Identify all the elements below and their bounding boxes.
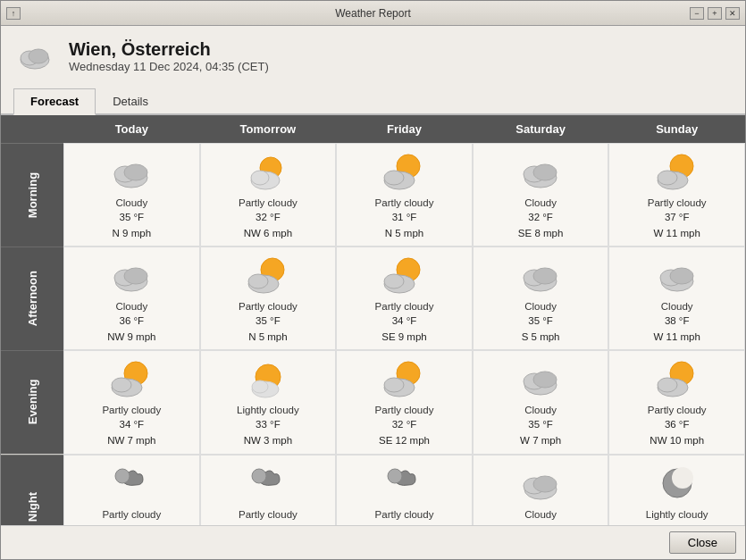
- svg-point-5: [124, 164, 147, 180]
- weather-icon-cloudy: [108, 149, 155, 196]
- col-sunday: Sunday: [608, 115, 745, 143]
- forecast-table: Today Tomorrow Friday Saturday Sunday Mo…: [1, 115, 745, 525]
- tabs: Forecast Details: [1, 87, 745, 115]
- temp: 35 °F: [528, 417, 553, 431]
- wind: SE 9 mph: [381, 330, 427, 344]
- minimize-button[interactable]: −: [690, 7, 704, 20]
- svg-point-47: [658, 378, 677, 392]
- temp: 32 °F: [256, 210, 281, 224]
- svg-point-44: [533, 372, 557, 388]
- wind: SE 12 mph: [379, 433, 430, 447]
- weather-icon-night-cloud: [108, 461, 155, 507]
- weather-icon-partly-cloudy5: [108, 356, 155, 403]
- table-row: Partly cloudy 30 °F NW 3 mph: [200, 455, 337, 525]
- svg-point-23: [248, 274, 268, 288]
- svg-point-41: [384, 378, 404, 392]
- temp: 32 °F: [392, 417, 417, 431]
- wind: W 11 mph: [653, 330, 700, 344]
- weather-icon-partly-cloudy7: [654, 356, 700, 403]
- temp: 36 °F: [119, 313, 144, 328]
- temp: 31 °F: [392, 210, 417, 224]
- temp: 36 °F: [665, 417, 690, 431]
- condition: Cloudy: [524, 301, 557, 312]
- temp: 38 °F: [665, 313, 690, 328]
- temp: 37 °F: [665, 210, 690, 224]
- tab-details[interactable]: Details: [96, 88, 165, 115]
- wind: NW 10 mph: [650, 433, 704, 447]
- row-label-afternoon: Afternoon: [1, 247, 63, 350]
- title-bar: ↑ Weather Report − + ✕: [1, 1, 745, 26]
- title-bar-controls: − + ✕: [690, 7, 740, 20]
- table-row: Cloudy 35 °F W 7 mph: [473, 350, 609, 454]
- datetime: Wednesday 11 Dec 2024, 04:35 (CET): [69, 60, 269, 73]
- table-row: Cloudy 35 °F S 5 mph: [473, 247, 609, 350]
- window-title: Weather Report: [335, 7, 411, 20]
- svg-point-14: [533, 164, 557, 180]
- svg-point-17: [658, 171, 677, 185]
- maximize-button[interactable]: +: [708, 7, 722, 20]
- condition: Cloudy: [524, 197, 557, 208]
- weather-icon-partly-cloudy4: [381, 253, 427, 299]
- svg-point-29: [533, 268, 557, 284]
- weather-icon-cloudy6: [517, 356, 564, 403]
- svg-point-11: [384, 171, 404, 185]
- footer: Close: [1, 525, 745, 559]
- col-saturday: Saturday: [473, 115, 609, 143]
- table-row: Cloudy 36 °F W 11 mph: [473, 455, 609, 525]
- col-today: Today: [63, 115, 200, 143]
- weather-icon-cloudy5: [654, 253, 700, 299]
- wind: NW 3 mph: [244, 433, 292, 447]
- condition: Partly cloudy: [375, 301, 434, 312]
- svg-point-53: [533, 476, 557, 492]
- close-button[interactable]: Close: [669, 531, 736, 554]
- condition: Partly cloudy: [648, 405, 707, 415]
- city-name: Wien, Österreich: [69, 39, 269, 60]
- wind: W 7 mph: [520, 433, 561, 447]
- wind: N 9 mph: [113, 226, 151, 240]
- condition: Cloudy: [115, 197, 147, 208]
- svg-point-55: [672, 467, 693, 489]
- table-row: Cloudy 36 °F NW 9 mph: [63, 247, 200, 350]
- temp: 35 °F: [119, 210, 144, 224]
- wind: N 5 mph: [248, 330, 287, 344]
- condition: Partly cloudy: [239, 301, 298, 312]
- header-area: Wien, Österreich Wednesday 11 Dec 2024, …: [1, 26, 745, 87]
- title-up-button[interactable]: ↑: [6, 7, 21, 20]
- table-row: Cloudy 35 °F N 9 mph: [63, 143, 200, 247]
- svg-point-38: [252, 380, 268, 393]
- row-label-morning: Morning: [1, 143, 63, 247]
- weather-icon-partly-cloudy3: [245, 253, 291, 299]
- table-row: Partly cloudy 31 °F N 5 mph: [336, 143, 473, 247]
- weather-icon-partly-cloudy6: [381, 356, 427, 403]
- weather-icon-cloudy3: [108, 253, 155, 299]
- table-row: Partly cloudy 31 °F NW 7 mph: [63, 455, 200, 525]
- weather-icon-night-cloud2: [245, 461, 291, 507]
- close-title-button[interactable]: ✕: [725, 7, 740, 20]
- tab-forecast[interactable]: Forecast: [13, 88, 96, 115]
- wind: N 5 mph: [385, 226, 423, 240]
- table-row: Partly cloudy 34 °F SE 9 mph: [336, 247, 473, 350]
- condition: Partly cloudy: [375, 509, 434, 520]
- wind: NW 9 mph: [107, 330, 155, 344]
- corner-cell: [1, 115, 63, 143]
- table-row: Partly cloudy 31 °F SE 12 mph: [336, 455, 473, 525]
- condition: Partly cloudy: [375, 405, 434, 415]
- svg-point-48: [115, 469, 130, 483]
- table-row: Cloudy 38 °F W 11 mph: [608, 247, 745, 350]
- svg-point-8: [251, 171, 269, 185]
- table-row: Partly cloudy 32 °F SE 12 mph: [336, 350, 473, 454]
- temp: 35 °F: [256, 313, 281, 328]
- col-friday: Friday: [336, 115, 473, 143]
- temp: 34 °F: [119, 417, 144, 431]
- condition: Cloudy: [661, 301, 693, 312]
- svg-point-2: [29, 49, 48, 63]
- svg-point-26: [384, 274, 404, 288]
- weather-icon-night-cloud3: [381, 461, 427, 507]
- location-info: Wien, Österreich Wednesday 11 Dec 2024, …: [69, 39, 269, 73]
- temp: 35 °F: [528, 313, 553, 328]
- condition: Partly cloudy: [648, 197, 707, 208]
- table-row: Partly cloudy 35 °F N 5 mph: [200, 247, 337, 350]
- svg-point-20: [124, 268, 147, 284]
- svg-point-32: [670, 268, 693, 284]
- row-label-evening: Evening: [1, 350, 63, 454]
